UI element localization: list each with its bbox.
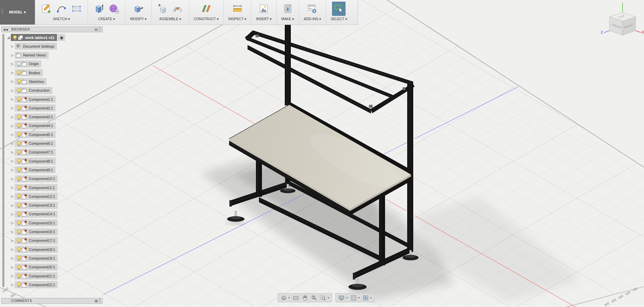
joint-button[interactable] <box>171 2 184 15</box>
visibility-bulb-icon[interactable] <box>13 35 16 40</box>
inspect-menu[interactable]: INSPECT ▾ <box>228 17 247 21</box>
browser-tree-row[interactable]: ▷ Document Settings <box>10 43 102 50</box>
comments-grip[interactable] <box>99 298 101 304</box>
zoom-dropdown-icon[interactable]: ▾ <box>328 296 329 299</box>
viewports-button[interactable] <box>363 295 369 301</box>
create-menu[interactable]: CREATE ▾ <box>98 17 115 21</box>
browser-tree-row[interactable]: ▷ Component14:1 <box>10 211 102 218</box>
browser-tree-row[interactable]: ▷ Component19:1 <box>10 255 102 262</box>
3d-print-button[interactable] <box>281 2 294 15</box>
browser-tree-row[interactable]: ▷ Component12:1 <box>10 193 102 200</box>
visibility-bulb-icon[interactable] <box>17 115 20 120</box>
visibility-bulb-icon[interactable] <box>17 150 20 155</box>
browser-tree-row[interactable]: ▷ Bodies <box>10 69 102 76</box>
comments-header[interactable]: COMMENTS ⊕ <box>1 298 103 304</box>
browser-tree-row[interactable]: ▷ Component9:1 <box>10 166 102 173</box>
browser-tree-row[interactable]: ▷ Origin <box>10 60 102 68</box>
collapse-panel-icon[interactable]: ◀◀ <box>3 28 8 31</box>
expand-arrow-icon[interactable]: ▷ <box>10 283 15 287</box>
visibility-bulb-icon[interactable] <box>17 176 20 181</box>
expand-arrow-icon[interactable]: ▷ <box>10 194 15 198</box>
visibility-bulb-icon[interactable] <box>17 265 20 270</box>
expand-arrow-icon[interactable]: ▷ <box>10 248 15 251</box>
expand-arrow-icon[interactable]: ▷ <box>10 159 15 163</box>
expand-arrow-icon[interactable]: ▷ <box>10 177 15 181</box>
select-button[interactable] <box>332 2 345 16</box>
browser-tree-row[interactable]: ▷ Component8:1 <box>10 158 102 165</box>
expand-arrow-icon[interactable]: ▷ <box>10 97 15 101</box>
expand-arrow-icon[interactable]: ▷ <box>10 71 15 75</box>
browser-scrollbar[interactable] <box>2 34 4 287</box>
visibility-bulb-icon[interactable] <box>17 88 20 93</box>
visibility-bulb-icon[interactable] <box>17 185 20 190</box>
visibility-bulb-icon[interactable] <box>17 79 20 84</box>
visibility-bulb-icon[interactable] <box>17 238 20 243</box>
expand-arrow-icon[interactable]: ▷ <box>10 115 15 119</box>
browser-tree-row[interactable]: ▷ Component15:1 <box>10 219 102 226</box>
browser-tree-row[interactable]: ▷ Component11:1 <box>10 184 102 191</box>
grid-settings-button[interactable] <box>351 295 357 301</box>
modify-menu[interactable]: MODIFY ▾ <box>130 17 147 21</box>
select-menu[interactable]: SELECT ▾ <box>331 17 347 21</box>
remove-panel-icon[interactable]: ⊖ <box>94 28 98 32</box>
expand-arrow-icon[interactable]: ▷ <box>10 274 15 278</box>
browser-header-grip[interactable] <box>99 27 101 33</box>
browser-tree-row[interactable]: ▷ Component17:1 <box>10 237 102 244</box>
expand-arrow-icon[interactable]: ▷ <box>10 89 15 92</box>
measure-button[interactable] <box>231 2 244 15</box>
visibility-bulb-icon[interactable] <box>17 105 20 111</box>
construct-menu[interactable]: CONSTRUCT ▾ <box>194 17 219 21</box>
expand-arrow-icon[interactable]: ▷ <box>10 221 15 225</box>
browser-tree-row[interactable]: ▷ Component18:1 <box>10 246 102 253</box>
browser-tree-row[interactable]: ▷ Component4:1 <box>10 122 102 129</box>
grid-dropdown-icon[interactable]: ▾ <box>358 296 360 299</box>
expand-arrow-icon[interactable]: ▷ <box>10 150 15 154</box>
browser-tree-row[interactable]: ▷ Component3:1 <box>10 114 102 121</box>
expand-arrow-icon[interactable]: ▷ <box>10 204 15 207</box>
expand-arrow-icon[interactable]: ▷ <box>10 256 15 260</box>
browser-tree-row[interactable]: ▷ Component2:1 <box>10 104 102 112</box>
visibility-bulb-icon[interactable] <box>17 247 20 252</box>
insert-menu[interactable]: INSERT ▾ <box>256 17 271 21</box>
browser-root-row[interactable]: ◢ work tablev1 v11 ◉ <box>6 34 102 41</box>
activate-component-radio[interactable]: ◉ <box>58 34 65 41</box>
view-cube[interactable]: TOP FRONT RIGHT Z X <box>598 0 644 40</box>
browser-tree-row[interactable]: ▷ Component5:1 <box>10 131 102 138</box>
sketch-menu[interactable]: SKETCH ▾ <box>53 17 70 21</box>
expand-arrow-icon[interactable]: ▷ <box>10 53 15 57</box>
assemble-menu[interactable]: ASSEMBLE ▾ <box>159 17 181 21</box>
visibility-bulb-icon[interactable] <box>17 97 20 102</box>
browser-tree-row[interactable]: ▷ Component21:1 <box>10 272 102 279</box>
visibility-bulb-icon[interactable] <box>17 159 20 164</box>
browser-tree-row[interactable]: ▷ Component22:1 <box>10 281 102 288</box>
browser-tree-row[interactable]: ▷ Component1:1 <box>10 96 102 103</box>
browser-tree-row[interactable]: ▷ Construction <box>10 87 102 94</box>
orbit-dropdown-icon[interactable]: ▾ <box>288 296 290 299</box>
sketch-spline-button[interactable] <box>55 2 68 15</box>
create-sketch-button[interactable] <box>40 2 53 15</box>
visibility-bulb-icon[interactable] <box>17 203 20 208</box>
visibility-bulb-icon[interactable] <box>17 70 20 75</box>
browser-tree-row[interactable]: ▷ Component20:1 <box>10 264 102 271</box>
visibility-bulb-icon[interactable] <box>17 194 20 199</box>
browser-tree-row[interactable]: ▷ Component10:1 <box>10 175 102 182</box>
extrude-button[interactable] <box>93 2 105 15</box>
add-ins-menu[interactable]: ADD-INS ▾ <box>304 17 321 21</box>
browser-header[interactable]: ◀◀ BROWSER ⊖ <box>1 27 103 32</box>
display-dropdown-icon[interactable]: ▾ <box>346 296 347 299</box>
expand-arrow-icon[interactable]: ▷ <box>10 239 15 243</box>
expand-arrow-icon[interactable]: ▷ <box>10 62 15 66</box>
visibility-bulb-icon[interactable] <box>17 132 20 137</box>
visibility-bulb-icon[interactable] <box>17 141 20 146</box>
expand-arrow-icon[interactable]: ▷ <box>10 230 15 234</box>
expand-arrow-icon[interactable]: ▷ <box>10 44 15 48</box>
viewports-dropdown-icon[interactable]: ▾ <box>370 296 372 299</box>
expand-arrow-icon[interactable]: ▷ <box>10 133 15 136</box>
expand-arrow-icon[interactable]: ▷ <box>10 106 15 110</box>
scripts-add-ins-button[interactable] <box>306 2 319 15</box>
expand-arrow-icon[interactable]: ▷ <box>10 168 15 172</box>
press-pull-button[interactable] <box>132 2 145 15</box>
visibility-bulb-icon[interactable] <box>17 220 20 225</box>
insert-image-button[interactable] <box>257 2 270 15</box>
expand-arrow-icon[interactable]: ▷ <box>10 265 15 269</box>
